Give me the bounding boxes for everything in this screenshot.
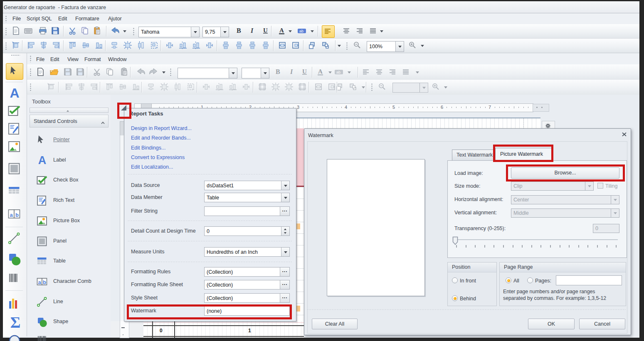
svg-text:A: A xyxy=(38,155,47,166)
svg-text:Σ: Σ xyxy=(10,315,21,330)
svg-text:A: A xyxy=(279,27,284,34)
svg-text:A: A xyxy=(318,68,323,75)
svg-text:I: I xyxy=(250,27,254,34)
svg-text:ab: ab xyxy=(336,70,341,74)
svg-text:b: b xyxy=(43,279,46,285)
svg-text:ab: ab xyxy=(299,29,303,33)
svg-text:a: a xyxy=(10,212,13,218)
svg-text:A: A xyxy=(10,87,19,100)
svg-text:I: I xyxy=(290,68,293,75)
svg-text:b: b xyxy=(15,212,19,218)
svg-text:B: B xyxy=(237,27,241,34)
svg-text:U: U xyxy=(302,68,307,75)
svg-text:U: U xyxy=(263,27,268,34)
svg-text:a: a xyxy=(38,279,41,285)
svg-text:B: B xyxy=(276,68,280,75)
